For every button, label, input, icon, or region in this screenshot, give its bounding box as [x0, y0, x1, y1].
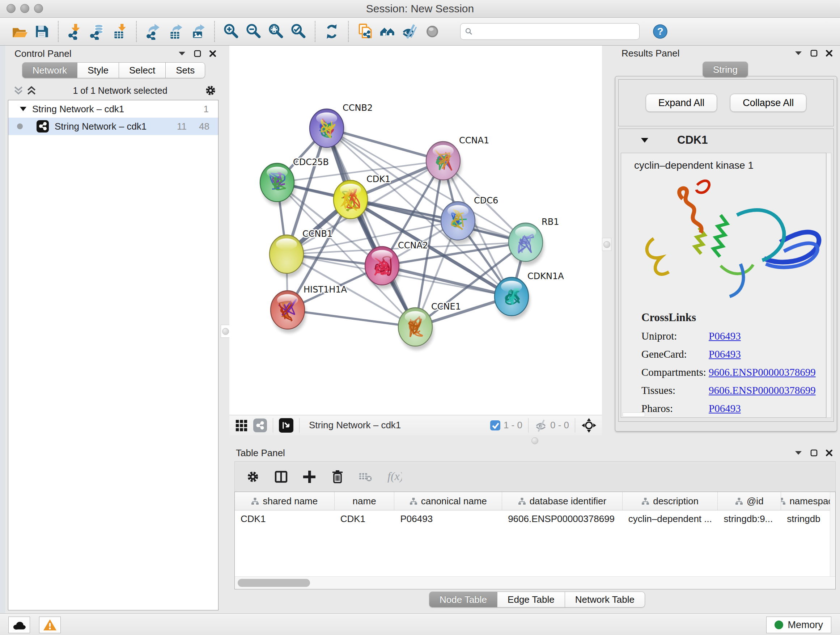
zoom-selected-button[interactable]	[287, 20, 309, 43]
search-input[interactable]	[473, 26, 630, 38]
collapse-all-networks-icon[interactable]	[14, 86, 23, 95]
tab-style[interactable]: Style	[77, 62, 119, 78]
table-panel-collapse-icon[interactable]	[794, 450, 802, 455]
help-button[interactable]: ?	[649, 20, 671, 43]
column-header-@id[interactable]: @id	[718, 492, 781, 510]
control-panel-float-icon[interactable]	[194, 50, 201, 57]
network-options-gear-icon[interactable]	[204, 84, 217, 97]
left-splitter-handle[interactable]	[221, 325, 230, 338]
section-collapse-triangle-icon[interactable]	[640, 137, 649, 143]
open-session-button[interactable]	[8, 20, 30, 43]
table-cell[interactable]: P06493	[394, 513, 502, 524]
cloud-status-button[interactable]	[8, 616, 30, 633]
table-cell[interactable]: stringdb:9...	[718, 513, 781, 524]
birdseye-grid-icon[interactable]	[234, 418, 248, 432]
right-splitter-handle[interactable]	[602, 238, 611, 251]
selected-items-checkbox-icon[interactable]	[490, 420, 501, 431]
network-node-CCNB2[interactable]: CCNB2	[309, 103, 373, 151]
tab-edge-table[interactable]: Edge Table	[497, 592, 565, 608]
collapse-triangle-icon[interactable]	[19, 106, 27, 112]
crosslink-link[interactable]: P06493	[709, 402, 741, 415]
tab-select[interactable]: Select	[119, 62, 166, 78]
table-cell[interactable]: 9606.ENSP00000378699	[502, 513, 622, 524]
network-node-CDK1[interactable]: CDK1	[333, 174, 390, 223]
refresh-button[interactable]	[321, 20, 343, 43]
export-image-button[interactable]	[187, 20, 209, 43]
minimize-window-button[interactable]	[20, 4, 29, 13]
warnings-button[interactable]	[39, 616, 61, 633]
table-cell[interactable]: cyclin–dependent ...	[622, 513, 718, 524]
hidden-items-eye-icon[interactable]	[534, 418, 547, 432]
column-header-namespace[interactable]: namespace	[781, 492, 835, 510]
tab-network-table[interactable]: Network Table	[565, 592, 645, 608]
network-node-CDKN1A[interactable]: CDKN1A	[494, 271, 564, 320]
bottom-splitter-handle[interactable]	[531, 437, 538, 444]
tab-string[interactable]: String	[703, 62, 748, 78]
save-session-button[interactable]	[30, 20, 53, 43]
column-header-shared-name[interactable]: shared name	[235, 492, 335, 510]
expand-all-networks-icon[interactable]	[27, 86, 36, 95]
export-network-button[interactable]	[142, 20, 164, 43]
results-vscroll-track[interactable]	[826, 153, 831, 418]
crosslink-link[interactable]: P06493	[709, 330, 741, 342]
expand-all-button[interactable]: Expand All	[646, 94, 717, 112]
hide-selected-button[interactable]	[399, 20, 421, 43]
table-row[interactable]: CDK1CDK1P064939606.ENSP00000378699cyclin…	[235, 510, 835, 527]
open-in-new-window-icon[interactable]	[279, 418, 294, 432]
table-cell[interactable]: CDK1	[335, 513, 395, 524]
network-canvas[interactable]: CCNB2 CCNA1 CDC25B CDK1 CDC6 RB1 CCNB1 C…	[229, 46, 602, 415]
table-settings-gear-icon[interactable]	[245, 469, 261, 485]
network-node-CDC6[interactable]: CDC6	[441, 195, 498, 244]
table-hscroll-track[interactable]	[235, 576, 835, 589]
table-panel-close-icon[interactable]	[826, 449, 833, 456]
table-vscroll-track[interactable]	[830, 492, 835, 577]
column-header-description[interactable]: description	[622, 492, 718, 510]
network-node-HIST1H1A[interactable]: HIST1H1A	[271, 285, 347, 333]
table-cell[interactable]: stringdb	[781, 513, 835, 524]
table-hscroll-thumb[interactable]	[238, 579, 310, 587]
show-columns-icon[interactable]	[273, 469, 289, 485]
crosslink-link[interactable]: P06493	[709, 348, 741, 360]
column-header-database-identifier[interactable]: database identifier	[502, 492, 622, 510]
close-window-button[interactable]	[6, 4, 16, 13]
memory-button[interactable]: Memory	[766, 616, 831, 633]
network-collection-row[interactable]: String Network – cdk1 1	[8, 100, 218, 118]
results-panel-close-icon[interactable]	[826, 50, 833, 57]
zoom-fit-button[interactable]	[265, 20, 287, 43]
import-table-button[interactable]	[109, 20, 131, 43]
network-overview-icon[interactable]	[253, 418, 267, 432]
home-button[interactable]	[376, 20, 399, 43]
table-panel-float-icon[interactable]	[810, 449, 818, 456]
network-node-CCNB1[interactable]: CCNB1	[270, 229, 332, 277]
column-header-canonical-name[interactable]: canonical name	[394, 492, 502, 510]
fit-selection-crosshair-icon[interactable]	[581, 417, 597, 433]
results-panel-collapse-icon[interactable]	[794, 51, 802, 56]
zoom-out-button[interactable]	[242, 20, 265, 43]
delete-column-icon[interactable]	[330, 469, 346, 485]
results-hscroll-thumb[interactable]	[622, 412, 645, 417]
clone-network-button[interactable]	[354, 20, 376, 43]
import-network-button[interactable]	[64, 20, 86, 43]
export-table-button[interactable]	[164, 20, 187, 43]
network-node-CCNA1[interactable]: CCNA1	[426, 135, 489, 184]
results-panel-float-icon[interactable]	[810, 50, 818, 57]
network-row-selected[interactable]: String Network – cdk1 11 48	[8, 118, 218, 135]
crosslink-link[interactable]: 9606.ENSP00000378699	[709, 385, 816, 396]
network-node-RB1[interactable]: RB1	[508, 217, 559, 265]
show-all-button[interactable]	[421, 20, 444, 43]
crosslink-link[interactable]: 9606.ENSP00000378699	[709, 366, 816, 378]
network-node-CDC25B[interactable]: CDC25B	[260, 157, 329, 206]
control-panel-close-icon[interactable]	[209, 50, 216, 57]
table-cell[interactable]: CDK1	[235, 513, 335, 524]
tab-network[interactable]: Network	[22, 62, 77, 78]
maximize-window-button[interactable]	[34, 4, 43, 13]
collapse-all-button[interactable]: Collapse All	[730, 94, 806, 112]
search-box[interactable]	[460, 23, 639, 40]
import-from-database-button[interactable]	[86, 20, 109, 43]
column-header-name[interactable]: name	[335, 492, 395, 510]
zoom-in-button[interactable]	[220, 20, 242, 43]
create-column-icon[interactable]	[302, 469, 317, 485]
tab-sets[interactable]: Sets	[166, 62, 205, 78]
tab-node-table[interactable]: Node Table	[429, 592, 497, 608]
control-panel-collapse-icon[interactable]	[178, 51, 186, 56]
